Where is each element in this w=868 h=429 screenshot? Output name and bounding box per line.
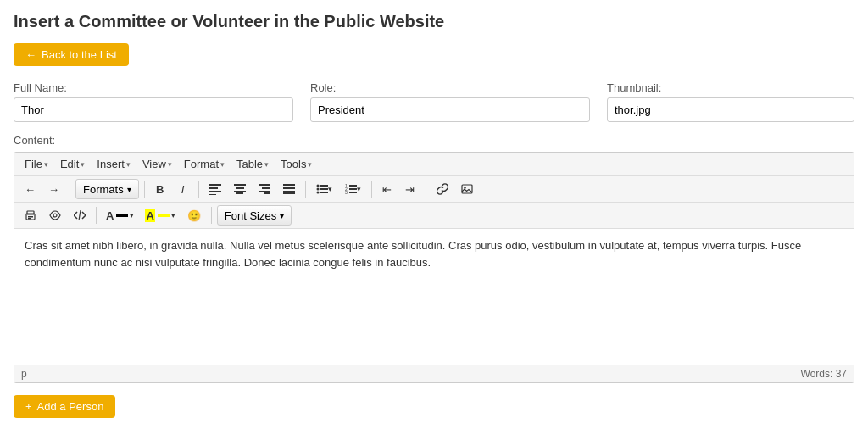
menu-view-chevron: ▾: [168, 160, 172, 169]
editor-content-area[interactable]: Cras sit amet nibh libero, in gravida nu…: [14, 229, 854, 365]
toolbar-row-1: ← → Formats ▾ B I: [14, 176, 854, 203]
italic-button[interactable]: I: [173, 179, 193, 199]
menu-format-label: Format: [184, 158, 219, 170]
link-icon: [437, 183, 448, 195]
menu-edit-label: Edit: [60, 158, 79, 170]
unordered-list-chevron: ▾: [328, 185, 332, 193]
editor-statusbar: p Words: 37: [14, 365, 854, 382]
menu-table[interactable]: Table ▾: [231, 155, 274, 173]
svg-rect-2: [209, 191, 221, 192]
outdent-button[interactable]: ⇤: [377, 179, 398, 199]
formats-dropdown[interactable]: Formats ▾: [75, 179, 139, 199]
bg-color-chevron[interactable]: ▾: [171, 211, 175, 220]
svg-rect-9: [262, 187, 270, 189]
menu-file-chevron: ▾: [44, 160, 48, 169]
menu-file-label: File: [25, 158, 42, 170]
font-color-button[interactable]: A ▾: [102, 205, 138, 226]
align-right-icon: [259, 183, 270, 195]
menu-view-label: View: [142, 158, 166, 170]
bg-color-label: A: [145, 209, 154, 222]
formats-label: Formats: [83, 183, 124, 196]
svg-point-18: [316, 188, 319, 191]
svg-rect-4: [234, 184, 246, 186]
font-color-chevron[interactable]: ▾: [130, 211, 134, 220]
unordered-list-button[interactable]: ▾: [311, 179, 337, 199]
menu-format[interactable]: Format ▾: [179, 155, 230, 173]
preview-button[interactable]: [44, 205, 66, 226]
svg-rect-32: [28, 216, 33, 218]
menu-tools-chevron: ▾: [308, 160, 312, 169]
svg-rect-11: [264, 192, 270, 194]
svg-rect-21: [320, 192, 328, 193]
formats-chevron-icon: ▾: [127, 185, 131, 194]
svg-rect-8: [259, 184, 270, 186]
menu-tools[interactable]: Tools ▾: [275, 155, 317, 173]
print-icon: [25, 209, 36, 221]
svg-rect-0: [209, 184, 221, 186]
toolbar-row-2: A ▾ A ▾ 🙂 Font Sizes ▾: [14, 203, 854, 229]
link-button[interactable]: [431, 179, 453, 199]
svg-text:3.: 3.: [345, 190, 348, 195]
svg-rect-12: [283, 184, 295, 186]
image-icon: [461, 183, 473, 195]
page-container: Insert a Committee or Volunteer in the P…: [0, 0, 868, 429]
ordered-list-button[interactable]: 1.2.3. ▾: [340, 179, 366, 199]
ordered-list-icon: 1.2.3.: [345, 183, 357, 195]
back-to-list-button[interactable]: ← Back to the List: [14, 43, 129, 66]
redo-button[interactable]: →: [43, 179, 64, 199]
arrow-left-icon: ←: [25, 48, 36, 61]
align-justify-button[interactable]: [278, 179, 300, 199]
svg-rect-6: [234, 191, 246, 192]
svg-rect-33: [28, 218, 31, 220]
editor-paragraph: Cras sit amet nibh libero, in gravida nu…: [25, 237, 843, 270]
svg-rect-3: [209, 194, 216, 195]
svg-rect-23: [349, 185, 357, 187]
source-code-button[interactable]: [69, 205, 91, 226]
unordered-list-icon: [316, 183, 328, 195]
menu-view[interactable]: View ▾: [137, 155, 177, 173]
font-color-bar: [116, 214, 128, 217]
undo-button[interactable]: ←: [19, 179, 41, 199]
bg-color-button[interactable]: A ▾: [141, 205, 179, 226]
font-sizes-dropdown[interactable]: Font Sizes ▾: [217, 205, 292, 226]
svg-rect-7: [236, 192, 243, 194]
menu-insert-chevron: ▾: [126, 160, 131, 169]
thumbnail-group: Thumbnail:: [607, 81, 854, 122]
role-input[interactable]: [310, 98, 590, 122]
align-left-icon: [209, 183, 221, 195]
menu-edit-chevron: ▾: [81, 160, 85, 169]
align-justify-icon: [283, 183, 295, 195]
svg-line-35: [79, 210, 81, 220]
menu-insert[interactable]: Insert ▾: [92, 155, 136, 173]
svg-rect-14: [283, 191, 295, 192]
thumbnail-input[interactable]: [607, 98, 854, 122]
align-center-button[interactable]: [229, 179, 251, 199]
align-left-button[interactable]: [204, 179, 226, 199]
role-label: Role:: [310, 81, 590, 94]
print-button[interactable]: [19, 205, 42, 226]
ordered-list-chevron: ▾: [357, 185, 361, 193]
page-title: Insert a Committee or Volunteer in the P…: [14, 12, 854, 31]
svg-rect-5: [236, 187, 244, 189]
align-center-icon: [234, 183, 246, 195]
separator-7: [96, 207, 97, 224]
svg-rect-19: [320, 188, 328, 190]
image-button[interactable]: [456, 179, 478, 199]
svg-rect-15: [283, 192, 295, 194]
menu-table-chevron: ▾: [264, 160, 269, 169]
menu-file[interactable]: File ▾: [19, 155, 53, 173]
emoji-button[interactable]: 🙂: [182, 205, 206, 226]
svg-rect-10: [259, 191, 270, 192]
separator-5: [371, 181, 372, 198]
align-right-button[interactable]: [253, 179, 275, 199]
bold-button[interactable]: B: [150, 179, 170, 199]
svg-point-20: [316, 192, 319, 194]
indent-button[interactable]: ⇥: [400, 179, 420, 199]
add-person-button[interactable]: + Add a Person: [14, 395, 115, 418]
menu-table-label: Table: [236, 158, 263, 170]
menu-edit[interactable]: Edit ▾: [55, 155, 90, 173]
font-color-label: A: [106, 209, 114, 222]
status-element: p: [21, 368, 27, 380]
editor-menubar: File ▾ Edit ▾ Insert ▾ View ▾ Format ▾ T…: [14, 153, 854, 176]
full-name-input[interactable]: [14, 98, 293, 122]
